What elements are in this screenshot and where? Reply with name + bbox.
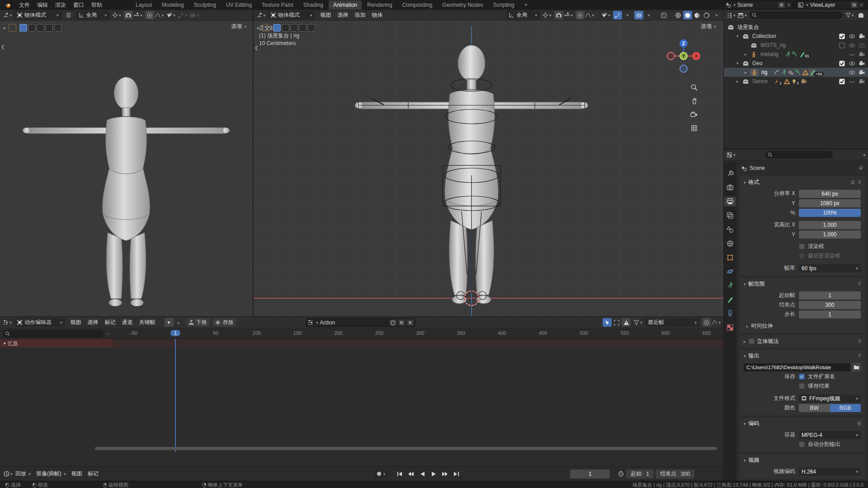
open-folder-icon[interactable] (852, 363, 861, 371)
action-datablock[interactable]: ▾ Action ⧉ ✕ (306, 318, 415, 327)
outliner-row-metarig[interactable]: ▸metarig65 (724, 50, 868, 59)
enable-checkbox[interactable] (838, 78, 846, 85)
render-visibility-icon[interactable] (858, 78, 866, 85)
hamburger-menu-icon[interactable]: ☰ (64, 11, 73, 19)
shading-solid-icon[interactable] (683, 11, 692, 19)
workspace-tab-shading[interactable]: Shading (299, 0, 328, 9)
jump-next-keyframe-button[interactable] (439, 469, 450, 479)
color-bw-button[interactable]: BW (799, 404, 830, 412)
jump-prev-keyframe-button[interactable] (406, 469, 416, 479)
scene-copies-button[interactable]: ⧉ (778, 2, 785, 8)
presets-icon[interactable]: ☰ (857, 421, 862, 426)
render-visibility-icon[interactable] (858, 69, 866, 76)
dopesheet-menu-通道[interactable]: 通道 (119, 318, 136, 327)
dopesheet-menu-选择[interactable]: 选择 (85, 318, 101, 327)
scene-unlink-button[interactable]: ✕ (787, 2, 791, 8)
gizmo-x-neg-axis[interactable] (667, 52, 675, 60)
shading-material-icon[interactable] (693, 11, 702, 19)
mode-dropdown[interactable]: 物体模式▾ (268, 11, 315, 19)
hide-eye-icon[interactable] (848, 42, 856, 49)
center-viewport-options[interactable]: 选项 ▾ (701, 23, 716, 30)
stash-button[interactable]: 存放 (212, 318, 236, 327)
viewport-left[interactable]: ▾ 物体模式▾ ☰ 全局▾ ▾ ▾ ▾ (0, 10, 253, 316)
hide-eye-icon[interactable] (848, 60, 856, 67)
video-codec-dropdown[interactable]: H.264▾ (799, 468, 861, 476)
aspect-y-input[interactable]: 1.000 (799, 230, 861, 239)
outliner-row-wgts_rig[interactable]: WGTS_rig (724, 41, 868, 50)
viewlayer-selector[interactable]: ▾ ViewLayer ⧉ ✕ (796, 1, 865, 9)
gizmo-y-axis[interactable]: Y (679, 52, 688, 60)
toolbar-expand-icon[interactable]: ▸ (257, 25, 259, 30)
left-viewport-options[interactable]: 选项 ▾ (231, 23, 246, 30)
cache-result-checkbox[interactable] (799, 383, 805, 389)
select-tool-2-icon[interactable] (282, 24, 289, 32)
file-extension-checkbox[interactable]: ✓ (799, 374, 805, 380)
select-tool-4-icon[interactable] (45, 24, 53, 32)
workspace-tab-compositing[interactable]: Compositing (398, 0, 437, 9)
center-npanel-arrow[interactable]: ❮ (255, 45, 258, 50)
workspace-tab-rendering[interactable]: Rendering (363, 0, 396, 9)
armature-icon[interactable] (795, 69, 802, 76)
frame-start-input[interactable]: 1 (799, 291, 861, 300)
dopesheet-menu-视图[interactable]: 视图 (68, 318, 84, 327)
menubar-item-编辑[interactable]: 编辑 (33, 0, 52, 10)
gizmo-dropdown[interactable]: ▾ (623, 11, 632, 19)
proportional-falloff-dropdown[interactable]: ▾ (585, 11, 594, 19)
output-path-input[interactable]: C:\Users\17682\Desktop\WalkRotate (744, 363, 850, 371)
aspect-x-input[interactable]: 1.000 (799, 221, 861, 229)
viewport-menu-物体[interactable]: 物体 (369, 11, 386, 19)
expand-icon[interactable]: ▸ (745, 70, 749, 75)
toggle-xray-icon[interactable] (659, 11, 668, 19)
video-panel-title[interactable]: 视频 (749, 456, 760, 464)
show-errors-icon[interactable] (622, 318, 631, 327)
armature-icon[interactable] (792, 51, 798, 58)
proportional-falloff-dropdown[interactable]: ▾ (712, 318, 721, 327)
tri-icon[interactable] (783, 78, 790, 85)
properties-tab-tool[interactable] (724, 169, 736, 178)
gizmo-z-neg-axis[interactable] (679, 65, 688, 73)
left-npanel-arrow[interactable]: ❮ (1, 44, 5, 49)
left-viewport-model[interactable] (22, 72, 231, 313)
viewlayer-name[interactable]: ViewLayer (810, 2, 849, 8)
select-tool-5-icon[interactable] (307, 24, 315, 32)
menubar-item-渲染[interactable]: 渲染 (52, 0, 70, 10)
scene-selector[interactable]: ▾ Scene ⧉ ✕ (724, 1, 793, 9)
hide-eye-icon[interactable] (848, 51, 856, 58)
frame-end-input[interactable]: 300 (799, 301, 861, 309)
show-overlays-icon[interactable] (634, 11, 643, 19)
editor-type-outliner-icon[interactable]: ▾ (726, 11, 736, 19)
expand-icon[interactable]: ▸ (736, 79, 741, 84)
viewport-center[interactable]: ▾ 物体模式▾ 视图选择添加物体 全局▾ ▾ ▾ ▾ (254, 10, 723, 316)
proportional-falloff-dropdown[interactable]: ▾ (155, 11, 164, 19)
filter-dropdown-icon[interactable]: ▾ (845, 11, 854, 19)
workspace-tab-geometry-nodes[interactable]: Geometry Nodes (438, 0, 488, 9)
snap-mode-dropdown[interactable]: 最近帧▾ (645, 318, 699, 327)
workspace-tab-layout[interactable]: Layout (131, 0, 156, 9)
container-dropdown[interactable]: MPEG-4▾ (799, 431, 861, 439)
outliner-search-input[interactable] (749, 11, 843, 19)
display-mode-dropdown[interactable]: ▾ (738, 11, 747, 19)
properties-tab-output[interactable] (724, 197, 736, 206)
viewlayer-copies-button[interactable]: ⧉ (851, 2, 858, 8)
movie-icon[interactable] (801, 78, 807, 85)
camera-view-icon[interactable] (688, 108, 700, 120)
gears-icon[interactable] (788, 69, 794, 76)
menubar-item-窗口[interactable]: 窗口 (70, 0, 88, 10)
view-menu[interactable]: 视图 (69, 469, 85, 478)
presets-icon[interactable]: ☰ (851, 180, 855, 185)
color-rgb-button[interactable]: RGB (830, 404, 861, 412)
shading-dropdown[interactable]: ▾ (712, 11, 721, 19)
transform-orientation-dropdown[interactable]: 全局▾ (76, 11, 110, 19)
proportional-edit-icon[interactable] (702, 318, 711, 327)
shading-rendered-icon[interactable] (702, 11, 711, 19)
frame-step-input[interactable]: 1 (799, 310, 861, 319)
autosplit-checkbox[interactable] (799, 441, 805, 447)
menubar-item-帮助[interactable]: 帮助 (88, 0, 106, 10)
show-hidden-icon[interactable] (612, 318, 621, 327)
move-view-icon[interactable] (688, 95, 700, 107)
gizmo-z-axis[interactable]: Z (679, 39, 688, 47)
channel-search-input[interactable] (2, 330, 104, 338)
properties-tab-render[interactable] (724, 183, 736, 192)
tweak-tool-icon[interactable] (262, 24, 270, 32)
snap-magnet-icon[interactable] (124, 11, 133, 19)
